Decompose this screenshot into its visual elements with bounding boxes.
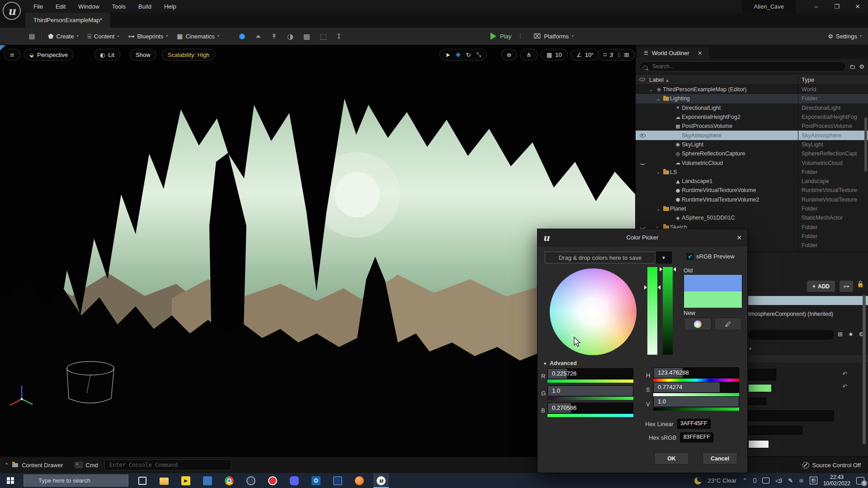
expand-arrow-icon[interactable]: ⌄	[656, 96, 662, 101]
advanced-section-toggle[interactable]: ▾ Advanced	[544, 360, 577, 366]
outliner-row-volumetriccloud[interactable]: ☁VolumetricCloudVolumetricCloud	[636, 158, 868, 167]
outliner-scrollbar[interactable]	[864, 117, 867, 172]
outliner-row-ls[interactable]: ⌄LSFolder	[636, 168, 868, 177]
console-command-input[interactable]	[104, 460, 231, 470]
new-folder-icon[interactable]: 🗀	[849, 63, 855, 70]
details-search-field[interactable]	[748, 330, 834, 340]
saturation-handle-left[interactable]	[644, 285, 647, 290]
outliner-row-runtimevirtualtexturevolume2[interactable]: ●RuntimeVirtualTextureVolume2RuntimeVirt…	[636, 195, 868, 204]
dismiss-circle-icon[interactable]: ⊗	[799, 477, 804, 484]
taskbar-app-discord[interactable]	[287, 473, 302, 488]
world-local-toggle[interactable]: ⊕	[501, 49, 517, 61]
value-bar[interactable]	[663, 267, 673, 355]
visibility-eye-icon[interactable]	[638, 132, 646, 139]
ok-button[interactable]: OK	[654, 452, 689, 465]
microphone-icon[interactable]	[753, 478, 756, 483]
category-header-row[interactable]	[747, 355, 868, 362]
outliner-tab[interactable]: ☰ World Outliner ✕	[637, 47, 709, 59]
color-swatch-white[interactable]	[748, 440, 769, 448]
taskbar-app-steam[interactable]	[243, 473, 259, 488]
settings-button[interactable]: ⚙ Settings▾	[828, 33, 862, 40]
display-filter-icon[interactable]: ⊞	[838, 331, 843, 338]
cmd-selector[interactable]: >_ Cmd	[75, 462, 98, 469]
color-wheel[interactable]	[550, 268, 637, 355]
minimize-button[interactable]: –	[806, 0, 826, 13]
edit-blueprint-button[interactable]: ⊶	[840, 281, 853, 292]
menu-file[interactable]: File	[28, 1, 48, 12]
expand-arrow-icon[interactable]: ⌄	[649, 87, 655, 92]
details-scrollbar[interactable]	[863, 295, 866, 444]
column-divider[interactable]	[798, 76, 798, 252]
srgb-preview-toggle[interactable]: ✔ sRGB Preview	[687, 253, 735, 260]
wheel-mode-button[interactable]	[684, 318, 712, 330]
show-flags-menu[interactable]: Show	[130, 49, 156, 61]
value-handle-left[interactable]	[660, 267, 662, 272]
taskbar-app-app-navy[interactable]	[330, 473, 345, 488]
taskbar-app-file-explorer[interactable]	[156, 473, 172, 488]
eyedropper-button[interactable]: 🖊	[714, 318, 742, 330]
taskbar-app-app-blue[interactable]	[200, 473, 215, 488]
selected-component-row[interactable]	[748, 296, 868, 305]
red-slider[interactable]: 0.225726	[547, 368, 633, 383]
value-handle-right[interactable]	[673, 267, 676, 272]
outliner-settings-gear-icon[interactable]: ⚙	[859, 63, 864, 70]
outliner-column-header[interactable]: Label ▲ Type	[636, 74, 868, 85]
notifications-icon[interactable]: 6	[856, 477, 864, 484]
close-icon[interactable]: ✕	[698, 50, 703, 56]
value-slider[interactable]: 1.0	[653, 396, 739, 411]
close-button[interactable]: ✕	[847, 0, 868, 13]
cancel-button[interactable]: Cancel	[703, 452, 737, 465]
visibility-eye-closed-icon[interactable]	[638, 160, 646, 166]
reset-arrow-icon[interactable]: ↶	[842, 383, 847, 390]
landscape-mode-icon[interactable]: ⏶	[255, 32, 261, 41]
blue-slider[interactable]: 0.270586	[547, 403, 633, 417]
outliner-row-exponentialheightfog2[interactable]: ☁ExponentialHeightFog2ExponentialHeightF…	[636, 113, 868, 122]
taskbar-app-app-orange[interactable]	[352, 473, 367, 488]
play-options-kebab-icon[interactable]: ⋮	[518, 33, 523, 39]
content-button[interactable]: ⌸ Content▾	[83, 33, 123, 40]
perspective-selector[interactable]: ⬙Perspective	[24, 49, 74, 61]
outliner-row-directionallight[interactable]: ☀DirectionalLightDirectionalLight	[636, 103, 868, 113]
saturation-slider[interactable]: 0.774274	[653, 382, 739, 396]
platforms-button[interactable]: ⌧ Platforms▾	[533, 33, 574, 40]
source-control-button[interactable]: Source Control Off	[802, 462, 861, 469]
outliner-row-lighting[interactable]: ⌄LightingFolder	[636, 94, 868, 103]
taskbar-app-task-view[interactable]	[135, 473, 150, 488]
taskbar-app-chrome[interactable]	[222, 473, 237, 488]
scalability-badge[interactable]: Scalability: High	[162, 49, 216, 61]
saturation-handle-right[interactable]	[658, 285, 660, 290]
color-swatch-green[interactable]	[748, 384, 772, 392]
taskbar-app-media-player[interactable]: ▶	[178, 473, 193, 488]
outliner-row-asphere-501dd01c[interactable]: ◈ASphere_501DD01CStaticMeshActor	[636, 213, 868, 222]
save-button[interactable]: ▤	[24, 33, 39, 40]
menu-build[interactable]: Build	[133, 1, 157, 12]
surface-snap-toggle[interactable]: ⋔	[520, 49, 538, 61]
content-drawer-button[interactable]: ⌃ Content Drawer	[0, 462, 63, 469]
view-mode-selector[interactable]: ◐Lit	[94, 49, 120, 61]
taskbar-app-app-red[interactable]	[265, 473, 280, 488]
tray-chevron-up-icon[interactable]: ⌃	[742, 477, 747, 484]
green-slider[interactable]: 1.0	[547, 385, 633, 400]
lock-icon[interactable]: 🔓	[857, 281, 864, 287]
animation-mode-icon[interactable]: ⭥	[337, 32, 341, 41]
hue-slider[interactable]: 123.476288	[653, 367, 739, 382]
clock[interactable]: 22:43 10/02/2022	[823, 474, 850, 487]
outliner-row-landscape1[interactable]: ▲Landscape1Landscape	[636, 177, 868, 186]
favorites-star-icon[interactable]: ★	[848, 331, 854, 338]
restore-button[interactable]: ❐	[826, 0, 847, 13]
fracture-mode-icon[interactable]: ▩	[303, 32, 310, 41]
property-field[interactable]	[748, 426, 802, 435]
quad-view-toggle[interactable]: ⊞	[618, 49, 635, 61]
start-button[interactable]	[0, 473, 21, 488]
viewport-options-menu[interactable]: ≡	[4, 49, 21, 61]
select-tool-icon[interactable]: ➤	[445, 52, 450, 58]
saturation-bar[interactable]	[647, 267, 657, 355]
outliner-row-runtimevirtualtexturevolume[interactable]: ●RuntimeVirtualTextureVolumeRuntimeVirtu…	[636, 186, 868, 195]
new-color-swatch[interactable]	[684, 291, 742, 308]
property-field[interactable]	[748, 410, 834, 421]
saved-colors-dropdown[interactable]: ▼	[656, 252, 672, 263]
weather-text[interactable]: 23°C Clear	[708, 477, 736, 484]
taskbar-app-outlook[interactable]: O	[308, 473, 324, 488]
taskbar-app-unreal-engine[interactable]: u	[373, 473, 389, 488]
brush-mode-icon[interactable]: ⬚	[320, 32, 327, 41]
